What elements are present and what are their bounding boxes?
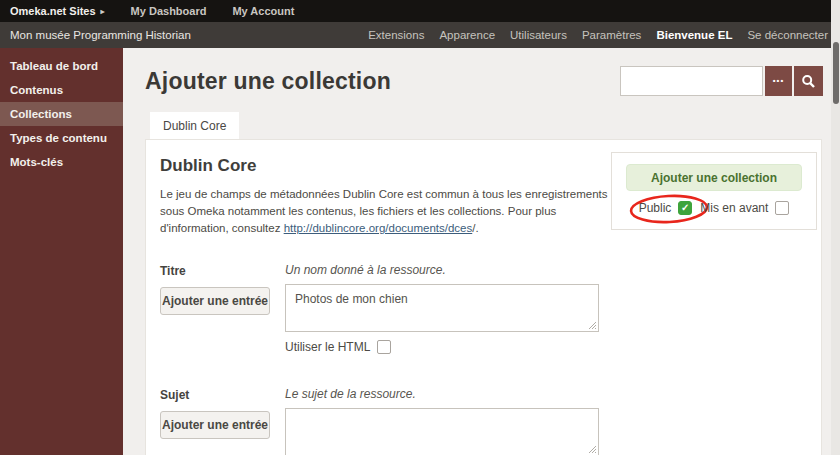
my-dashboard-link[interactable]: My Dashboard [131, 5, 207, 17]
tab-row: Dublin Core [150, 112, 840, 139]
resize-handle-icon[interactable] [588, 445, 597, 454]
admin-bar: Mon musée Programming Historian Extensio… [0, 22, 840, 48]
sujet-add-entry-button[interactable]: Ajouter une entrée [160, 411, 270, 439]
dublin-core-panel: Dublin Core Le jeu de champs de métadonn… [145, 139, 822, 455]
add-collection-submit-button[interactable]: Ajouter une collection [626, 164, 802, 191]
ellipsis-icon: ••• [773, 76, 784, 85]
dublincore-link[interactable]: http://dublincore.org/documents/dces [284, 222, 473, 234]
search-button[interactable] [794, 66, 823, 96]
sidebar-item-collections[interactable]: Collections [0, 102, 123, 126]
sidebar: Tableau de bord Contenus Collections Typ… [0, 48, 123, 455]
public-option: Public ✓ [639, 201, 693, 215]
caret-right-icon: ▸ [101, 7, 105, 16]
field-titre: Titre Ajouter une entrée Un nom donné à … [160, 263, 807, 354]
public-label: Public [639, 201, 672, 215]
admin-bar-right: Extensions Apparence Utilisateurs Paramè… [368, 29, 828, 41]
nav-parametres[interactable]: Paramètres [582, 29, 641, 41]
field-titre-left: Titre Ajouter une entrée [160, 263, 285, 354]
omeka-admin-screen: Omeka.net Sites ▸ My Dashboard My Accoun… [0, 0, 840, 455]
advanced-search-button[interactable]: ••• [765, 66, 792, 96]
sidebar-item-tableau-de-bord[interactable]: Tableau de bord [0, 54, 123, 78]
field-sujet-right: Le sujet de la ressource. Utiliser le HT… [285, 387, 807, 455]
search-widget: ••• [620, 66, 823, 96]
omeka-sites-menu[interactable]: Omeka.net Sites ▸ [10, 5, 105, 17]
field-titre-right: Un nom donné à la ressource. Photos de m… [285, 263, 807, 354]
sujet-textarea-wrap [285, 408, 599, 455]
sujet-textarea[interactable] [285, 408, 599, 455]
search-icon [801, 74, 816, 89]
sidebar-item-types-de-contenu[interactable]: Types de contenu [0, 126, 123, 150]
featured-option: Mis en avant [700, 201, 789, 215]
field-sujet-description: Le sujet de la ressource. [285, 387, 807, 401]
save-panel: Ajouter une collection Public ✓ Mis en a… [611, 152, 817, 230]
content-area: Tableau de bord Contenus Collections Typ… [0, 48, 840, 455]
logout-link[interactable]: Se déconnecter [747, 29, 828, 41]
welcome-user[interactable]: Bienvenue EL [656, 29, 732, 41]
panel-description: Le jeu de champs de métadonnées Dublin C… [160, 186, 625, 237]
site-title[interactable]: Mon musée Programming Historian [10, 29, 191, 41]
tab-dublin-core[interactable]: Dublin Core [150, 112, 239, 139]
field-sujet: Sujet Ajouter une entrée Le sujet de la … [160, 387, 807, 455]
field-titre-label: Titre [160, 263, 285, 278]
nav-extensions[interactable]: Extensions [368, 29, 424, 41]
titre-html-option: Utiliser le HTML [285, 340, 807, 354]
titre-html-checkbox[interactable] [377, 340, 391, 354]
field-titre-description: Un nom donné à la ressource. [285, 263, 807, 277]
scrollbar [831, 0, 840, 455]
top-bar: Omeka.net Sites ▸ My Dashboard My Accoun… [0, 0, 840, 22]
search-input[interactable] [620, 66, 763, 96]
featured-label: Mis en avant [700, 201, 768, 215]
check-icon: ✓ [681, 203, 689, 213]
public-checkbox[interactable]: ✓ [678, 201, 692, 215]
nav-utilisateurs[interactable]: Utilisateurs [510, 29, 567, 41]
titre-html-label: Utiliser le HTML [285, 340, 370, 354]
titre-textarea-wrap: Photos de mon chien [285, 284, 599, 332]
sidebar-item-mots-cles[interactable]: Mots-clés [0, 150, 123, 174]
visibility-options: Public ✓ Mis en avant [626, 201, 802, 215]
titre-textarea[interactable]: Photos de mon chien [285, 284, 599, 332]
field-sujet-label: Sujet [160, 387, 285, 402]
titre-add-entry-button[interactable]: Ajouter une entrée [160, 287, 270, 315]
description-suffix: /. [472, 222, 478, 234]
my-account-link[interactable]: My Account [232, 5, 294, 17]
resize-handle-icon[interactable] [588, 321, 597, 330]
field-sujet-left: Sujet Ajouter une entrée [160, 387, 285, 455]
nav-apparence[interactable]: Apparence [439, 29, 495, 41]
omeka-sites-label: Omeka.net Sites [10, 5, 96, 17]
main-area: Ajouter une collection ••• Dublin Core D… [123, 48, 840, 455]
sidebar-item-contenus[interactable]: Contenus [0, 78, 123, 102]
featured-checkbox[interactable] [775, 201, 789, 215]
scrollbar-thumb[interactable] [833, 42, 839, 104]
